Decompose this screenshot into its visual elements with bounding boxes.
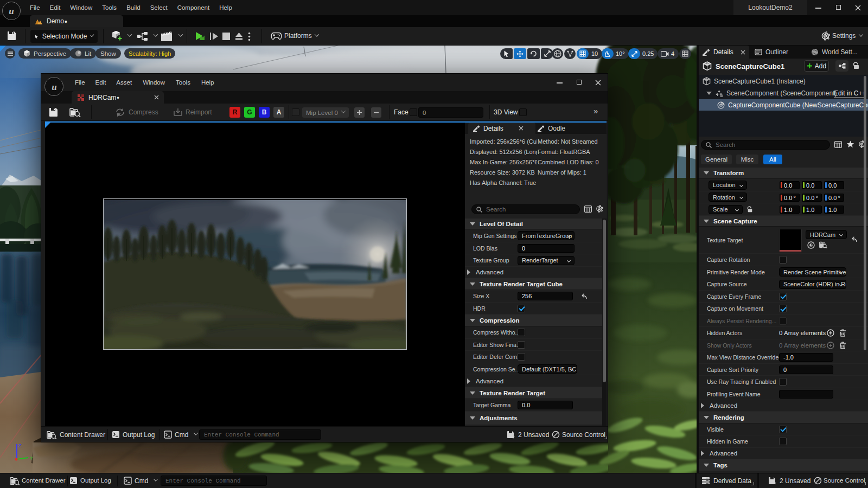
svg-text:u: u xyxy=(9,6,14,16)
svg-text:u: u xyxy=(52,82,56,92)
svg-text:Z: Z xyxy=(18,443,22,448)
